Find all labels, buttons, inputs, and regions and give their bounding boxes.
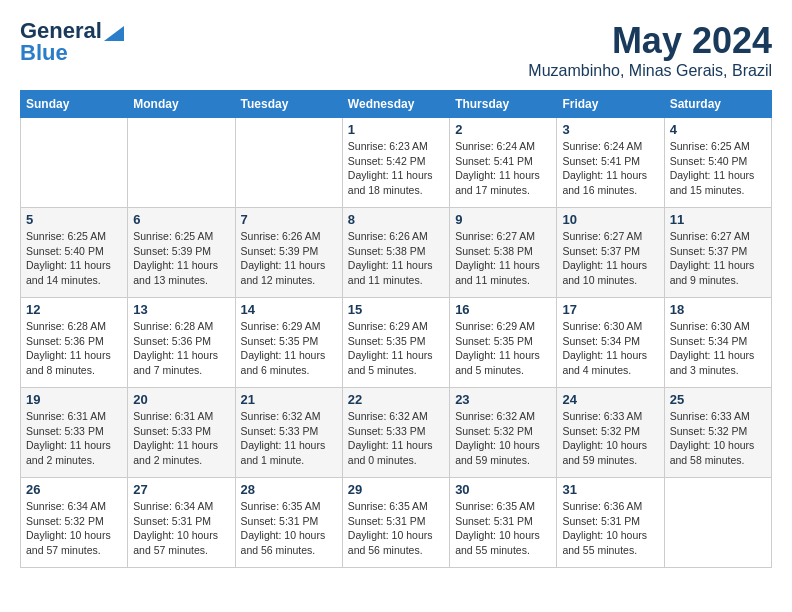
logo: General Blue	[20, 20, 124, 64]
calendar-cell	[235, 118, 342, 208]
day-number: 28	[241, 482, 337, 497]
header-cell-wednesday: Wednesday	[342, 91, 449, 118]
week-row-1: 1Sunrise: 6:23 AM Sunset: 5:42 PM Daylig…	[21, 118, 772, 208]
week-row-4: 19Sunrise: 6:31 AM Sunset: 5:33 PM Dayli…	[21, 388, 772, 478]
day-info: Sunrise: 6:35 AM Sunset: 5:31 PM Dayligh…	[348, 499, 444, 558]
calendar-cell: 10Sunrise: 6:27 AM Sunset: 5:37 PM Dayli…	[557, 208, 664, 298]
calendar-cell	[21, 118, 128, 208]
calendar-cell: 1Sunrise: 6:23 AM Sunset: 5:42 PM Daylig…	[342, 118, 449, 208]
calendar-cell: 27Sunrise: 6:34 AM Sunset: 5:31 PM Dayli…	[128, 478, 235, 568]
calendar-cell: 24Sunrise: 6:33 AM Sunset: 5:32 PM Dayli…	[557, 388, 664, 478]
day-number: 25	[670, 392, 766, 407]
day-number: 20	[133, 392, 229, 407]
day-info: Sunrise: 6:32 AM Sunset: 5:33 PM Dayligh…	[241, 409, 337, 468]
calendar-cell: 14Sunrise: 6:29 AM Sunset: 5:35 PM Dayli…	[235, 298, 342, 388]
header-cell-tuesday: Tuesday	[235, 91, 342, 118]
day-number: 29	[348, 482, 444, 497]
header-cell-monday: Monday	[128, 91, 235, 118]
day-number: 22	[348, 392, 444, 407]
day-info: Sunrise: 6:30 AM Sunset: 5:34 PM Dayligh…	[670, 319, 766, 378]
calendar-cell: 12Sunrise: 6:28 AM Sunset: 5:36 PM Dayli…	[21, 298, 128, 388]
calendar-cell: 8Sunrise: 6:26 AM Sunset: 5:38 PM Daylig…	[342, 208, 449, 298]
calendar-cell: 30Sunrise: 6:35 AM Sunset: 5:31 PM Dayli…	[450, 478, 557, 568]
day-number: 13	[133, 302, 229, 317]
day-info: Sunrise: 6:31 AM Sunset: 5:33 PM Dayligh…	[26, 409, 122, 468]
calendar-cell: 29Sunrise: 6:35 AM Sunset: 5:31 PM Dayli…	[342, 478, 449, 568]
day-number: 16	[455, 302, 551, 317]
day-number: 27	[133, 482, 229, 497]
svg-marker-0	[104, 26, 124, 41]
day-info: Sunrise: 6:27 AM Sunset: 5:37 PM Dayligh…	[670, 229, 766, 288]
calendar-cell: 11Sunrise: 6:27 AM Sunset: 5:37 PM Dayli…	[664, 208, 771, 298]
day-number: 15	[348, 302, 444, 317]
day-number: 3	[562, 122, 658, 137]
day-number: 9	[455, 212, 551, 227]
month-title: May 2024	[528, 20, 772, 62]
day-number: 19	[26, 392, 122, 407]
calendar-cell: 17Sunrise: 6:30 AM Sunset: 5:34 PM Dayli…	[557, 298, 664, 388]
day-number: 14	[241, 302, 337, 317]
day-number: 6	[133, 212, 229, 227]
calendar-cell: 31Sunrise: 6:36 AM Sunset: 5:31 PM Dayli…	[557, 478, 664, 568]
calendar-cell: 26Sunrise: 6:34 AM Sunset: 5:32 PM Dayli…	[21, 478, 128, 568]
calendar-cell: 3Sunrise: 6:24 AM Sunset: 5:41 PM Daylig…	[557, 118, 664, 208]
day-info: Sunrise: 6:28 AM Sunset: 5:36 PM Dayligh…	[26, 319, 122, 378]
location-title: Muzambinho, Minas Gerais, Brazil	[528, 62, 772, 80]
day-info: Sunrise: 6:27 AM Sunset: 5:38 PM Dayligh…	[455, 229, 551, 288]
day-number: 30	[455, 482, 551, 497]
logo-icon	[104, 21, 124, 41]
day-number: 7	[241, 212, 337, 227]
calendar-table: SundayMondayTuesdayWednesdayThursdayFrid…	[20, 90, 772, 568]
week-row-5: 26Sunrise: 6:34 AM Sunset: 5:32 PM Dayli…	[21, 478, 772, 568]
calendar-cell: 25Sunrise: 6:33 AM Sunset: 5:32 PM Dayli…	[664, 388, 771, 478]
day-number: 31	[562, 482, 658, 497]
day-info: Sunrise: 6:34 AM Sunset: 5:32 PM Dayligh…	[26, 499, 122, 558]
day-info: Sunrise: 6:23 AM Sunset: 5:42 PM Dayligh…	[348, 139, 444, 198]
day-number: 8	[348, 212, 444, 227]
day-number: 21	[241, 392, 337, 407]
day-info: Sunrise: 6:25 AM Sunset: 5:39 PM Dayligh…	[133, 229, 229, 288]
calendar-cell: 2Sunrise: 6:24 AM Sunset: 5:41 PM Daylig…	[450, 118, 557, 208]
day-number: 11	[670, 212, 766, 227]
day-number: 10	[562, 212, 658, 227]
calendar-cell: 16Sunrise: 6:29 AM Sunset: 5:35 PM Dayli…	[450, 298, 557, 388]
header-cell-thursday: Thursday	[450, 91, 557, 118]
day-number: 4	[670, 122, 766, 137]
header-cell-saturday: Saturday	[664, 91, 771, 118]
title-section: May 2024 Muzambinho, Minas Gerais, Brazi…	[528, 20, 772, 80]
calendar-cell: 19Sunrise: 6:31 AM Sunset: 5:33 PM Dayli…	[21, 388, 128, 478]
day-number: 12	[26, 302, 122, 317]
calendar-cell: 18Sunrise: 6:30 AM Sunset: 5:34 PM Dayli…	[664, 298, 771, 388]
calendar-cell: 21Sunrise: 6:32 AM Sunset: 5:33 PM Dayli…	[235, 388, 342, 478]
header-row: SundayMondayTuesdayWednesdayThursdayFrid…	[21, 91, 772, 118]
calendar-cell: 13Sunrise: 6:28 AM Sunset: 5:36 PM Dayli…	[128, 298, 235, 388]
day-info: Sunrise: 6:25 AM Sunset: 5:40 PM Dayligh…	[26, 229, 122, 288]
day-number: 5	[26, 212, 122, 227]
calendar-cell: 4Sunrise: 6:25 AM Sunset: 5:40 PM Daylig…	[664, 118, 771, 208]
header-cell-sunday: Sunday	[21, 91, 128, 118]
day-info: Sunrise: 6:29 AM Sunset: 5:35 PM Dayligh…	[241, 319, 337, 378]
logo-general-text: General	[20, 20, 102, 42]
day-info: Sunrise: 6:35 AM Sunset: 5:31 PM Dayligh…	[241, 499, 337, 558]
day-number: 2	[455, 122, 551, 137]
week-row-2: 5Sunrise: 6:25 AM Sunset: 5:40 PM Daylig…	[21, 208, 772, 298]
day-info: Sunrise: 6:33 AM Sunset: 5:32 PM Dayligh…	[562, 409, 658, 468]
day-info: Sunrise: 6:25 AM Sunset: 5:40 PM Dayligh…	[670, 139, 766, 198]
day-info: Sunrise: 6:30 AM Sunset: 5:34 PM Dayligh…	[562, 319, 658, 378]
day-info: Sunrise: 6:33 AM Sunset: 5:32 PM Dayligh…	[670, 409, 766, 468]
header-cell-friday: Friday	[557, 91, 664, 118]
day-info: Sunrise: 6:24 AM Sunset: 5:41 PM Dayligh…	[455, 139, 551, 198]
day-info: Sunrise: 6:26 AM Sunset: 5:39 PM Dayligh…	[241, 229, 337, 288]
day-number: 24	[562, 392, 658, 407]
calendar-cell: 23Sunrise: 6:32 AM Sunset: 5:32 PM Dayli…	[450, 388, 557, 478]
day-info: Sunrise: 6:29 AM Sunset: 5:35 PM Dayligh…	[455, 319, 551, 378]
week-row-3: 12Sunrise: 6:28 AM Sunset: 5:36 PM Dayli…	[21, 298, 772, 388]
calendar-cell: 7Sunrise: 6:26 AM Sunset: 5:39 PM Daylig…	[235, 208, 342, 298]
calendar-cell	[128, 118, 235, 208]
calendar-cell	[664, 478, 771, 568]
day-info: Sunrise: 6:35 AM Sunset: 5:31 PM Dayligh…	[455, 499, 551, 558]
day-number: 1	[348, 122, 444, 137]
calendar-cell: 28Sunrise: 6:35 AM Sunset: 5:31 PM Dayli…	[235, 478, 342, 568]
day-number: 23	[455, 392, 551, 407]
calendar-cell: 22Sunrise: 6:32 AM Sunset: 5:33 PM Dayli…	[342, 388, 449, 478]
